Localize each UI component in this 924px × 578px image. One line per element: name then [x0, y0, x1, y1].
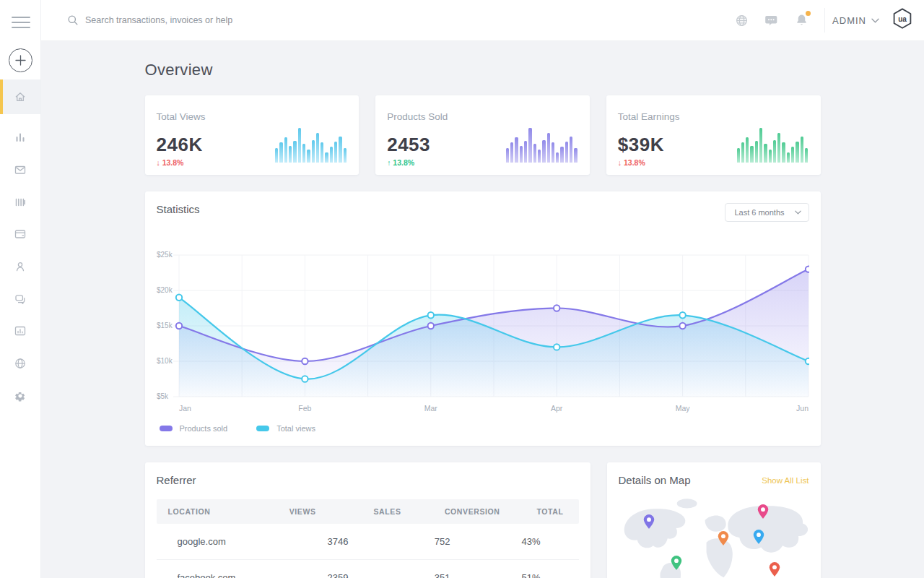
table-cell: 351: [349, 572, 450, 578]
data-point[interactable]: [175, 323, 181, 329]
map-pin-north-america[interactable]: [642, 514, 655, 532]
sparkline-bar: [293, 141, 296, 163]
sparkline-bar: [746, 137, 749, 163]
data-point[interactable]: [679, 312, 685, 318]
referrer-title: Referrer: [157, 474, 579, 486]
sparkline-bar: [528, 128, 531, 163]
sparkline-bar: [547, 133, 550, 163]
legend-swatch: [256, 426, 269, 431]
sparkline-bar: [284, 137, 287, 163]
chart-legend: Products soldTotal views: [160, 424, 809, 433]
column-header: SALES: [316, 507, 401, 516]
divider: [824, 8, 825, 33]
trend-down-icon: ↓: [157, 158, 160, 167]
user-icon: [14, 260, 27, 273]
data-point[interactable]: [554, 305, 559, 311]
admin-menu[interactable]: ADMIN: [832, 15, 879, 26]
data-point[interactable]: [302, 358, 308, 364]
y-axis-tick: $5k: [157, 392, 169, 400]
stat-sparkline: [506, 126, 578, 163]
data-point[interactable]: [554, 344, 559, 350]
data-point[interactable]: [805, 358, 808, 364]
sidebar-item-messages[interactable]: [0, 282, 40, 315]
notification-dot: [806, 11, 811, 16]
y-axis-tick: $10k: [157, 357, 173, 365]
chevron-down-icon: [795, 210, 801, 215]
data-point[interactable]: [805, 266, 808, 272]
data-point[interactable]: [175, 295, 181, 301]
data-point[interactable]: [427, 323, 433, 329]
statistics-chart: $25k$20k$15k$10k$5kJanFebMarAprMayJun: [157, 248, 809, 418]
mail-icon: [14, 163, 27, 176]
range-selector[interactable]: Last 6 months: [725, 203, 808, 222]
chat-bubbles-icon: [14, 293, 27, 306]
y-axis-tick: $25k: [157, 251, 173, 259]
app-logo[interactable]: ua: [891, 7, 914, 34]
sparkline-bar: [755, 141, 758, 163]
sparkline-bar: [801, 137, 803, 163]
trend-down-icon: ↓: [618, 158, 622, 167]
home-icon: [14, 90, 27, 103]
data-point[interactable]: [427, 312, 433, 318]
sidebar-item-settings[interactable]: [0, 380, 40, 413]
data-point[interactable]: [679, 323, 685, 329]
barcode-icon: [14, 196, 27, 209]
sparkline-bar: [312, 140, 315, 163]
legend-item-products-sold[interactable]: Products sold: [160, 424, 228, 433]
stat-label: Total Views: [157, 111, 348, 122]
referrer-table: LOCATIONVIEWSSALESCONVERSIONTOTALgoogle.…: [157, 499, 579, 578]
stat-card-total-earnings: Total Earnings $39K ↓ 13.8%: [606, 95, 821, 175]
sidebar-item-wallet[interactable]: [0, 218, 40, 251]
legend-label: Products sold: [180, 424, 228, 433]
svg-text:ua: ua: [898, 14, 907, 22]
settings-icon: [14, 389, 27, 402]
sidebar-item-mail[interactable]: [0, 154, 40, 186]
sparkline-bar: [560, 147, 563, 163]
sparkline-bar: [330, 147, 333, 163]
sidebar-item-users[interactable]: [0, 251, 40, 283]
sparkline-bar: [325, 152, 328, 163]
search-input[interactable]: [85, 15, 316, 25]
hamburger-menu-icon[interactable]: [12, 13, 30, 32]
sparkline-bar: [275, 148, 278, 163]
y-axis-tick: $15k: [157, 322, 173, 329]
map-pin-russia[interactable]: [757, 504, 770, 522]
topbar: ADMIN ua: [41, 0, 924, 41]
sparkline-bar: [764, 144, 767, 163]
add-button[interactable]: [9, 48, 32, 72]
map-pin-south-america[interactable]: [671, 555, 683, 574]
chevron-down-icon: [871, 18, 879, 23]
stat-cards-row: Total Views 246K ↓ 13.8% Products Sold 2…: [145, 95, 821, 175]
sidebar-item-global[interactable]: [0, 348, 40, 380]
sparkline-bar: [298, 128, 301, 163]
sidebar-item-reports[interactable]: [0, 315, 40, 348]
map-pin-asia[interactable]: [752, 529, 764, 548]
sparkline-bar: [556, 152, 559, 163]
data-point[interactable]: [302, 376, 308, 381]
sparkline-bar: [759, 128, 762, 163]
sparkline-bar: [574, 148, 577, 163]
sparkline-bar: [552, 142, 554, 163]
sparkline-bar: [805, 148, 808, 163]
sidebar: [0, 0, 41, 578]
sidebar-item-home[interactable]: [0, 79, 40, 114]
notifications-button[interactable]: [795, 13, 808, 27]
map-pin-australia[interactable]: [768, 561, 780, 578]
x-axis-tick: Apr: [551, 404, 563, 413]
table-row[interactable]: facebook.com235935151%: [157, 560, 579, 578]
sparkline-bar: [787, 152, 790, 163]
sparkline-bar: [777, 133, 780, 163]
messages-button[interactable]: [764, 14, 779, 27]
x-axis-tick: Jan: [179, 404, 191, 413]
show-all-list-link[interactable]: Show All List: [762, 476, 808, 485]
table-row[interactable]: google.com374675243%: [157, 524, 579, 560]
column-header: CONVERSION: [401, 507, 500, 516]
sidebar-item-catalog[interactable]: [0, 186, 40, 218]
table-cell: google.com: [168, 536, 284, 547]
legend-item-total-views[interactable]: Total views: [256, 424, 315, 433]
map-pin-africa[interactable]: [717, 530, 729, 549]
sidebar-item-analytics[interactable]: [0, 121, 40, 154]
language-button[interactable]: [735, 14, 749, 27]
bar-chart-icon: [14, 131, 27, 144]
sparkline-bar: [796, 142, 798, 163]
